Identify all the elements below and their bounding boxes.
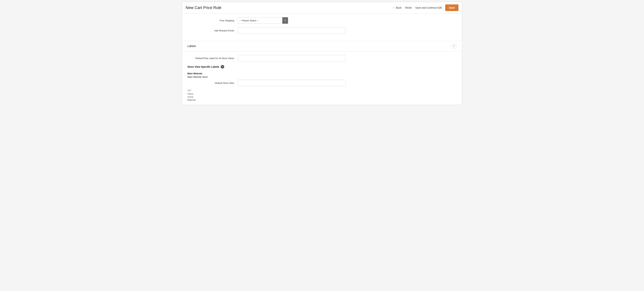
add-reward-points-row: Add Reward Points <box>188 27 456 34</box>
labels-section-title: Labels <box>188 44 196 48</box>
default-store-view-label: Default Store View <box>188 82 238 84</box>
save-continue-button[interactable]: Save and Continue Edit <box>415 6 442 9</box>
default-rule-label-row: Default Rule Label for All Store Views <box>188 55 456 61</box>
free-shipping-label: Free Shipping <box>188 19 238 22</box>
save-button[interactable]: Save <box>445 4 458 11</box>
back-arrow-icon: ← <box>392 6 395 9</box>
labels-section-body: Default Rule Label for All Store Views S… <box>182 51 462 105</box>
question-mark-icon: ? <box>222 66 223 68</box>
chevron-up-icon: ⇧ <box>453 45 455 47</box>
default-rule-label-text: Default Rule Label for All Store Views <box>188 57 238 60</box>
main-website-label: Main Website <box>188 72 456 75</box>
labels-section-header: Labels ⇧ <box>182 41 462 51</box>
store-view-help-icon[interactable]: ? <box>221 65 224 69</box>
default-store-view-field <box>238 80 346 86</box>
default-rule-label-input[interactable] <box>238 55 346 61</box>
page-content: Free Shipping -- Please Select -- No For… <box>182 14 462 105</box>
back-button[interactable]: ← Back <box>392 6 402 9</box>
store-view-specific-title-row: Store View Specific Labels ? <box>188 65 456 69</box>
free-shipping-field: -- Please Select -- No For matching item… <box>238 17 346 24</box>
add-reward-points-input[interactable] <box>238 27 346 34</box>
add-reward-points-label: Add Reward Points <box>188 29 238 32</box>
main-website-group: Main Website Main Website Store Default … <box>188 72 456 86</box>
default-rule-label-field <box>238 55 346 61</box>
default-store-view-row: Default Store View <box>188 80 456 86</box>
page-container: New Cart Price Rule ← Back Reset Save an… <box>182 2 462 105</box>
add-reward-points-field <box>238 27 346 34</box>
page-header: New Cart Price Rule ← Back Reset Save an… <box>182 2 462 14</box>
labels-section-toggle[interactable]: ⇧ <box>452 44 456 49</box>
main-website-store-label: Main Website Store <box>188 76 456 78</box>
top-form-section: Free Shipping -- Please Select -- No For… <box>182 14 462 41</box>
extra-store-group: 117 rivera rivera Majento <box>188 89 456 101</box>
header-actions: ← Back Reset Save and Continue Edit Save <box>392 4 458 11</box>
back-label: Back <box>396 6 402 9</box>
extra-store-brand: Majento <box>188 99 456 101</box>
default-store-view-input[interactable] <box>238 80 346 86</box>
reset-button[interactable]: Reset <box>405 6 412 9</box>
page-title: New Cart Price Rule <box>186 5 222 10</box>
extra-store-name2: rivera <box>188 95 456 98</box>
store-view-specific-title: Store View Specific Labels <box>188 65 219 68</box>
free-shipping-select[interactable]: -- Please Select -- No For matching item… <box>238 17 288 24</box>
free-shipping-row: Free Shipping -- Please Select -- No For… <box>188 17 456 24</box>
free-shipping-select-wrapper: -- Please Select -- No For matching item… <box>238 17 288 24</box>
extra-store-name1: rivera <box>188 92 456 95</box>
extra-store-id: 117 <box>188 89 456 92</box>
